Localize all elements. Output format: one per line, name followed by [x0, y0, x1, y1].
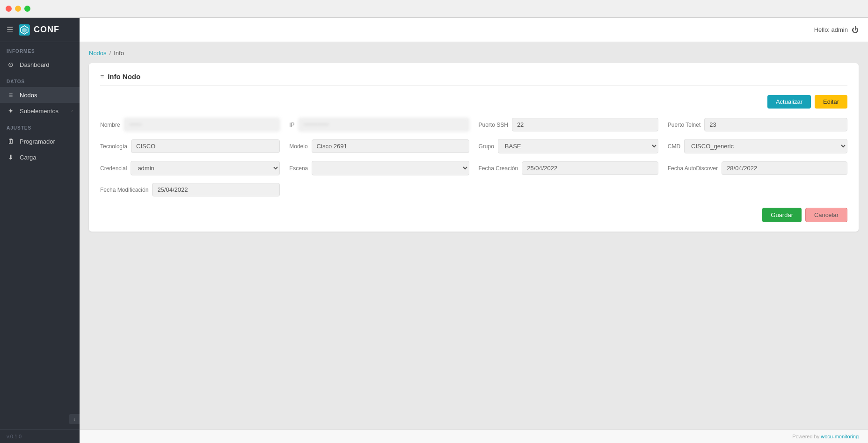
actualizar-button[interactable]: Actualizar: [767, 95, 811, 109]
value-fecha-creacion: 25/04/2022: [522, 161, 658, 175]
hamburger-icon[interactable]: ☰: [7, 25, 13, 34]
subelementos-arrow-icon: ‹: [71, 108, 73, 114]
dashboard-icon: ⊙: [7, 61, 15, 68]
breadcrumb-nodos-link[interactable]: Nodos: [89, 50, 107, 57]
select-credencial[interactable]: admin: [131, 161, 280, 175]
sidebar-header: ☰ CONF: [0, 18, 80, 42]
sidebar-section-ajustes: AJUSTES: [0, 119, 80, 133]
sidebar-section-informes: INFORMES: [0, 42, 80, 57]
user-info: Hello: admin ⏻: [814, 26, 859, 34]
maximize-button[interactable]: [24, 6, 30, 12]
sidebar-collapse-button[interactable]: ‹: [69, 414, 80, 424]
field-puerto-telnet: Puerto Telnet 23: [668, 118, 847, 131]
title-bar: [0, 0, 868, 18]
value-ip: ••••••••••••: [299, 118, 469, 131]
breadcrumb-separator: /: [109, 50, 111, 57]
sidebar-version: v.0.1.0: [0, 429, 80, 443]
subelementos-icon: ✦: [7, 107, 15, 115]
sidebar: ☰ CONF INFORMES ⊙ Dashboard DATOS ≡ Nodo…: [0, 18, 80, 443]
sidebar-item-programador-label: Programador: [20, 138, 55, 145]
sidebar-item-dashboard-label: Dashboard: [20, 61, 50, 68]
label-credencial: Credencial: [100, 165, 127, 172]
value-nombre: ••••••: [124, 118, 280, 131]
content-area: Hello: admin ⏻ Nodos / Info ≡ Info Nodo: [80, 18, 868, 443]
breadcrumb-current: Info: [114, 50, 124, 57]
select-cmd[interactable]: CISCO_generic: [684, 139, 847, 153]
guardar-button[interactable]: Guardar: [762, 208, 802, 222]
card-header: ≡ Info Nodo: [100, 73, 847, 86]
footer-link[interactable]: wocu-monitoring: [821, 434, 859, 439]
value-fecha-autodiscover: 28/04/2022: [722, 161, 847, 175]
cancelar-button[interactable]: Cancelar: [805, 208, 847, 222]
label-cmd: CMD: [668, 143, 680, 150]
label-escena: Escena: [289, 165, 308, 172]
sidebar-section-datos: DATOS: [0, 73, 80, 87]
sidebar-item-subelementos[interactable]: ✦ Subelementos ‹: [0, 103, 80, 119]
footer-powered-text: Powered by: [792, 434, 821, 439]
sidebar-item-programador[interactable]: 🗓 Programador: [0, 133, 80, 149]
field-puerto-ssh: Puerto SSH 22: [479, 118, 658, 131]
logo-box: CONF: [18, 23, 59, 36]
sidebar-item-carga[interactable]: ⬇ Carga: [0, 149, 80, 165]
close-button[interactable]: [6, 6, 12, 12]
label-fecha-modificacion: Fecha Modificación: [100, 187, 148, 193]
label-grupo: Grupo: [479, 143, 494, 150]
field-ip: IP ••••••••••••: [289, 118, 469, 131]
field-nombre: Nombre ••••••: [100, 118, 280, 131]
value-fecha-modificacion: 25/04/2022: [152, 183, 280, 196]
select-escena[interactable]: [312, 161, 469, 175]
value-puerto-telnet: 23: [704, 118, 847, 131]
label-fecha-creacion: Fecha Creación: [479, 165, 518, 172]
card-header-icon: ≡: [100, 73, 104, 80]
select-grupo[interactable]: BASE: [498, 139, 658, 153]
info-nodo-card: ≡ Info Nodo Actualizar Editar Nombre •••…: [89, 63, 859, 232]
nodos-icon: ≡: [7, 91, 15, 99]
value-modelo: Cisco 2691: [312, 139, 469, 153]
label-fecha-autodiscover: Fecha AutoDiscover: [668, 165, 718, 172]
field-fecha-autodiscover: Fecha AutoDiscover 28/04/2022: [668, 161, 847, 175]
logout-icon[interactable]: ⏻: [852, 26, 859, 34]
label-puerto-telnet: Puerto Telnet: [668, 122, 701, 128]
sidebar-item-nodos-label: Nodos: [20, 92, 37, 99]
logo-icon: [18, 23, 31, 36]
label-modelo: Modelo: [289, 143, 307, 150]
sidebar-item-dashboard[interactable]: ⊙ Dashboard: [0, 57, 80, 73]
label-ip: IP: [289, 122, 294, 128]
traffic-lights: [6, 6, 30, 12]
action-row-top: Actualizar Editar: [100, 95, 847, 109]
field-tecnologia: Tecnología CISCO: [100, 139, 280, 153]
main-content: Nodos / Info ≡ Info Nodo Actualizar Edit…: [80, 42, 868, 429]
field-credencial: Credencial admin: [100, 161, 280, 175]
field-grupo: Grupo BASE: [479, 139, 658, 153]
logo-text: CONF: [34, 25, 59, 35]
field-cmd: CMD CISCO_generic: [668, 139, 847, 153]
label-puerto-ssh: Puerto SSH: [479, 122, 508, 128]
sidebar-item-subelementos-label: Subelementos: [20, 108, 58, 115]
action-row-bottom: Guardar Cancelar: [100, 208, 847, 222]
carga-icon: ⬇: [7, 153, 15, 161]
footer: Powered by wocu-monitoring: [80, 429, 868, 443]
value-puerto-ssh: 22: [512, 118, 658, 131]
field-modelo: Modelo Cisco 2691: [289, 139, 469, 153]
editar-button[interactable]: Editar: [815, 95, 847, 109]
value-tecnologia: CISCO: [131, 139, 280, 153]
hello-text: Hello: admin: [814, 26, 848, 33]
breadcrumb: Nodos / Info: [89, 50, 859, 57]
label-tecnologia: Tecnología: [100, 143, 127, 150]
minimize-button[interactable]: [15, 6, 21, 12]
programador-icon: 🗓: [7, 138, 15, 145]
field-fecha-creacion: Fecha Creación 25/04/2022: [479, 161, 658, 175]
label-nombre: Nombre: [100, 122, 120, 128]
sidebar-item-nodos[interactable]: ≡ Nodos: [0, 87, 80, 103]
field-escena: Escena: [289, 161, 469, 175]
top-navbar: Hello: admin ⏻: [80, 18, 868, 42]
card-header-title: Info Nodo: [108, 73, 140, 80]
field-fecha-modificacion: Fecha Modificación 25/04/2022: [100, 183, 280, 196]
sidebar-item-carga-label: Carga: [20, 154, 36, 161]
